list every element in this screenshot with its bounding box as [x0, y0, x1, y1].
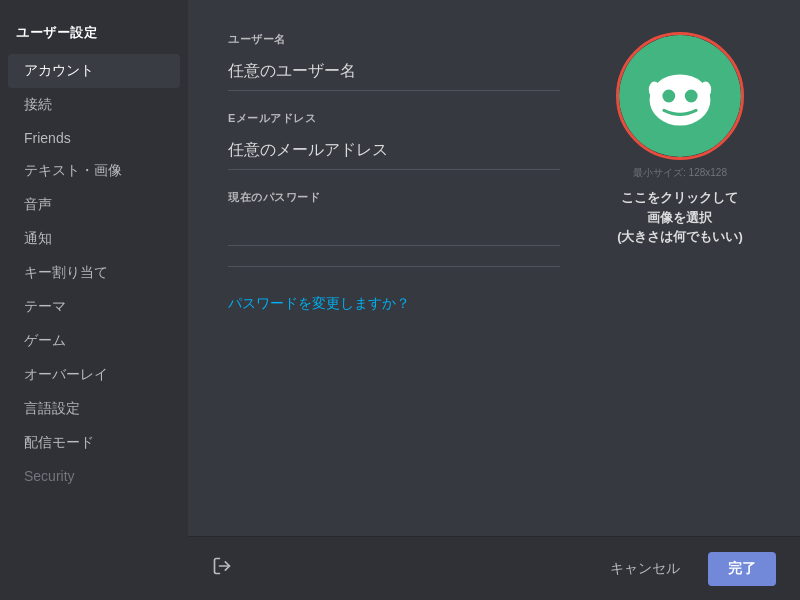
sidebar-title: ユーザー設定: [0, 16, 188, 54]
svg-point-3: [649, 82, 660, 98]
avatar-upload-button[interactable]: [616, 32, 744, 160]
svg-point-4: [700, 82, 711, 98]
footer-left: [212, 556, 232, 581]
change-password-link[interactable]: パスワードを変更しますか？: [228, 295, 410, 313]
content-area: ユーザー名 任意のユーザー名 Eメールアドレス 任意のメールアドレス 現在のパス…: [188, 0, 800, 536]
email-field-group: Eメールアドレス 任意のメールアドレス: [228, 111, 560, 170]
sidebar-item-keybinds[interactable]: キー割り当て: [8, 256, 180, 290]
sidebar-item-game[interactable]: ゲーム: [8, 324, 180, 358]
sidebar-item-overlay[interactable]: オーバーレイ: [8, 358, 180, 392]
footer: キャンセル 完了: [188, 536, 800, 600]
sidebar: ユーザー設定 アカウント 接続 Friends テキスト・画像 音声 通知 キー…: [0, 0, 188, 600]
sidebar-item-language[interactable]: 言語設定: [8, 392, 180, 426]
main-panel: ユーザー名 任意のユーザー名 Eメールアドレス 任意のメールアドレス 現在のパス…: [188, 0, 800, 600]
sidebar-item-notification[interactable]: 通知: [8, 222, 180, 256]
sidebar-item-account[interactable]: アカウント: [8, 54, 180, 88]
svg-point-2: [685, 90, 698, 103]
sidebar-item-text-image[interactable]: テキスト・画像: [8, 154, 180, 188]
sidebar-item-security[interactable]: Security: [8, 460, 180, 492]
form-section: ユーザー名 任意のユーザー名 Eメールアドレス 任意のメールアドレス 現在のパス…: [228, 32, 560, 504]
avatar-preview: [619, 35, 741, 157]
cancel-button[interactable]: キャンセル: [594, 552, 696, 586]
footer-right: キャンセル 完了: [594, 552, 776, 586]
discord-logo-icon: [640, 56, 720, 136]
logout-icon[interactable]: [212, 556, 232, 581]
svg-point-1: [662, 90, 675, 103]
sidebar-item-connection[interactable]: 接続: [8, 88, 180, 122]
username-field-group: ユーザー名 任意のユーザー名: [228, 32, 560, 91]
sidebar-item-theme[interactable]: テーマ: [8, 290, 180, 324]
password-label: 現在のパスワード: [228, 190, 560, 205]
done-button[interactable]: 完了: [708, 552, 776, 586]
sidebar-item-voice[interactable]: 音声: [8, 188, 180, 222]
email-label: Eメールアドレス: [228, 111, 560, 126]
avatar-click-instruction: ここをクリックして画像を選択(大きさは何でもいい): [617, 188, 743, 247]
sidebar-item-streaming[interactable]: 配信モード: [8, 426, 180, 460]
svg-point-0: [650, 74, 711, 125]
email-value: 任意のメールアドレス: [228, 132, 560, 170]
avatar-section: 最小サイズ: 128x128 ここをクリックして画像を選択(大きさは何でもいい): [600, 32, 760, 504]
username-label: ユーザー名: [228, 32, 560, 47]
username-value: 任意のユーザー名: [228, 53, 560, 91]
password-input[interactable]: [228, 211, 560, 246]
divider: [228, 266, 560, 267]
avatar-min-size-label: 最小サイズ: 128x128: [633, 166, 727, 180]
sidebar-item-friends[interactable]: Friends: [8, 122, 180, 154]
password-field-group: 現在のパスワード: [228, 190, 560, 246]
